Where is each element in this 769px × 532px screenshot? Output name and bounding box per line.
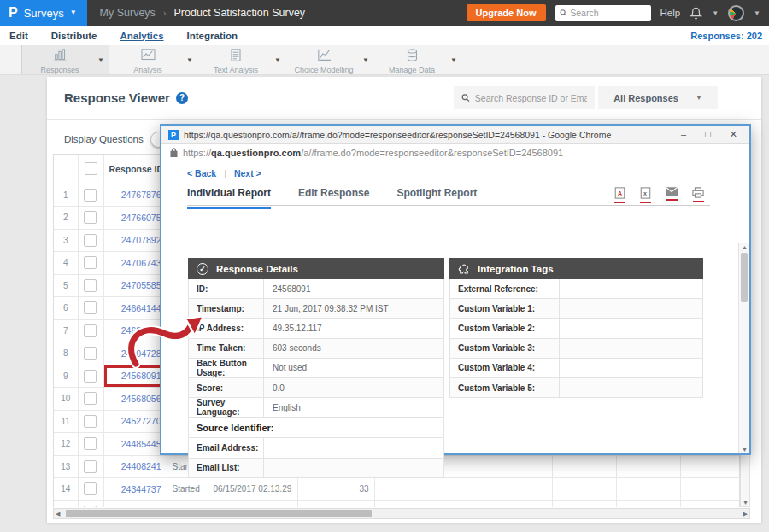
response-id-link[interactable]: 24664144 [121, 303, 161, 313]
nav-item-distribute[interactable]: Distribute [51, 31, 97, 41]
response-id-link[interactable]: 24408241 [121, 461, 161, 471]
print-icon[interactable] [692, 187, 704, 203]
response-search-box[interactable] [454, 86, 595, 109]
response-id-link[interactable]: 24527270 [121, 416, 161, 426]
responses-count-badge[interactable]: Responses: 202 [690, 31, 762, 41]
help-link[interactable]: Help [660, 8, 681, 18]
scroll-left-arrow-icon[interactable]: ◀ [56, 511, 60, 517]
response-id-link[interactable]: 24706743 [121, 258, 161, 268]
response-search-input[interactable] [475, 93, 587, 103]
toolbar-choice-modelling-button[interactable]: Choice Modelling ▼ [285, 45, 373, 74]
detail-label: Back Button Usage: [189, 359, 264, 377]
tab-spotlight-report[interactable]: Spotlight Report [396, 187, 477, 209]
chevron-down-icon[interactable]: ▼ [186, 56, 193, 64]
chevron-down-icon[interactable]: ▼ [362, 56, 369, 64]
email-icon[interactable] [666, 187, 678, 203]
response-id-link[interactable]: 24568056 [121, 394, 161, 404]
top-navbar: P Surveys ▼ My Surveys › Product Satisfa… [0, 0, 769, 26]
table-horizontal-scrollbar[interactable]: ◀ ▶ [53, 508, 750, 519]
scrollbar-thumb[interactable] [741, 253, 748, 302]
close-button[interactable]: ✕ [730, 130, 737, 139]
tag-label: Custom Variable 4: [450, 359, 560, 377]
row-checkbox[interactable] [84, 415, 97, 428]
global-search-input[interactable] [570, 8, 646, 18]
toolbar-analysis-button[interactable]: Analysis ▼ [109, 45, 197, 74]
back-link[interactable]: < Back [187, 168, 216, 178]
row-checkbox[interactable] [84, 279, 97, 292]
row-checkbox[interactable] [84, 506, 97, 507]
response-id-link[interactable]: 24707892 [121, 235, 161, 245]
tag-label: Custom Variable 5: [450, 378, 560, 397]
nav-item-edit[interactable]: Edit [9, 31, 28, 41]
notifications-bell-icon[interactable] [690, 7, 702, 20]
all-responses-dropdown[interactable]: All Responses ▼ [598, 86, 718, 109]
tab-edit-response[interactable]: Edit Response [298, 187, 369, 209]
row-checkbox[interactable] [84, 370, 97, 383]
toolbar-responses-button[interactable]: Responses ▼ [21, 45, 109, 74]
response-id-link[interactable]: 24568091 [121, 371, 161, 381]
row-checkbox[interactable] [84, 392, 97, 405]
detail-row: Survey Language: English [188, 398, 444, 418]
minimize-button[interactable]: – [681, 130, 686, 139]
breadcrumb-my-surveys[interactable]: My Surveys [100, 7, 156, 19]
scroll-right-arrow-icon[interactable]: ▶ [743, 511, 748, 517]
user-avatar[interactable] [728, 5, 744, 21]
excel-export-icon[interactable]: x [640, 187, 651, 203]
detail-value: 24568091 [264, 284, 311, 294]
tab-individual-report[interactable]: Individual Report [187, 187, 271, 209]
row-checkbox[interactable] [84, 347, 97, 360]
row-checkbox[interactable] [84, 211, 97, 224]
chevron-down-icon[interactable]: ▼ [97, 56, 104, 64]
row-checkbox[interactable] [84, 460, 97, 473]
bell-caret-icon[interactable]: ▼ [712, 9, 719, 17]
scrollbar-thumb[interactable] [66, 510, 372, 517]
page-title: Response Viewer ? [64, 91, 188, 105]
avatar-caret-icon[interactable]: ▼ [754, 9, 760, 17]
toolbar-text-analysis-button[interactable]: Text Analysis ▼ [197, 45, 285, 74]
chevron-down-icon[interactable]: ▼ [274, 56, 281, 64]
response-id-cell: 24527270 [103, 410, 167, 433]
panel-title: Response Details [216, 264, 298, 274]
row-checkbox[interactable] [84, 189, 97, 202]
address-bar[interactable]: https://qa.questionpro.com/a//frame.do?m… [161, 144, 749, 161]
response-id-link[interactable]: 24766075 [121, 213, 161, 223]
scroll-up-arrow-icon[interactable]: ▲ [742, 244, 748, 250]
detail-value: 603 seconds [264, 343, 321, 353]
header-response-id[interactable]: Response ID ▲ [103, 155, 167, 184]
table-row: 15 [54, 500, 740, 507]
select-all-checkbox[interactable] [85, 162, 97, 175]
chrome-popup-window: P https://qa.questionpro.com/a//frame.do… [160, 124, 751, 455]
row-checkbox[interactable] [84, 301, 97, 314]
response-id-link[interactable]: 24705585 [121, 280, 161, 290]
detail-row: Timestamp: 21 Jun, 2017 09:38:32 PM IST [188, 299, 444, 319]
response-id-link[interactable]: 24625131 [121, 325, 161, 336]
response-id-link[interactable]: 24604728 [121, 348, 161, 359]
response-id-link[interactable]: 24344737 [121, 484, 161, 494]
score-cell: 33 [297, 478, 374, 501]
nav-item-analytics[interactable]: Analytics [120, 31, 163, 41]
scroll-down-arrow-icon[interactable]: ▼ [743, 500, 748, 506]
global-search-box[interactable] [555, 5, 651, 21]
upgrade-now-button[interactable]: Upgrade Now [467, 4, 546, 21]
next-link[interactable]: Next > [234, 168, 261, 178]
help-question-icon[interactable]: ? [176, 92, 188, 104]
window-titlebar[interactable]: P https://qa.questionpro.com/a//frame.do… [161, 126, 749, 144]
response-id-link[interactable]: 24485445 [121, 439, 161, 449]
row-checkbox[interactable] [84, 234, 97, 247]
popup-vertical-scrollbar[interactable]: ▲ ▼ [738, 243, 749, 453]
detail-row: Email Address: [188, 438, 444, 458]
nav-item-integration[interactable]: Integration [187, 31, 238, 41]
chevron-down-icon[interactable]: ▼ [450, 56, 457, 64]
row-checkbox[interactable] [84, 256, 97, 269]
surveys-product-menu[interactable]: P Surveys ▼ [0, 0, 87, 26]
row-checkbox[interactable] [84, 324, 97, 337]
row-checkbox[interactable] [84, 437, 97, 450]
pdf-export-icon[interactable]: A [614, 187, 625, 203]
row-checkbox[interactable] [84, 482, 97, 495]
toolbar-manage-data-button[interactable]: Manage Data ▼ [373, 45, 461, 74]
detail-value: Not used [264, 363, 307, 372]
breadcrumb: My Surveys › Product Satisfaction Survey [100, 7, 306, 19]
maximize-button[interactable]: □ [705, 130, 711, 139]
scroll-down-arrow-icon[interactable]: ▼ [742, 447, 748, 453]
response-id-link[interactable]: 24767876 [121, 190, 161, 200]
